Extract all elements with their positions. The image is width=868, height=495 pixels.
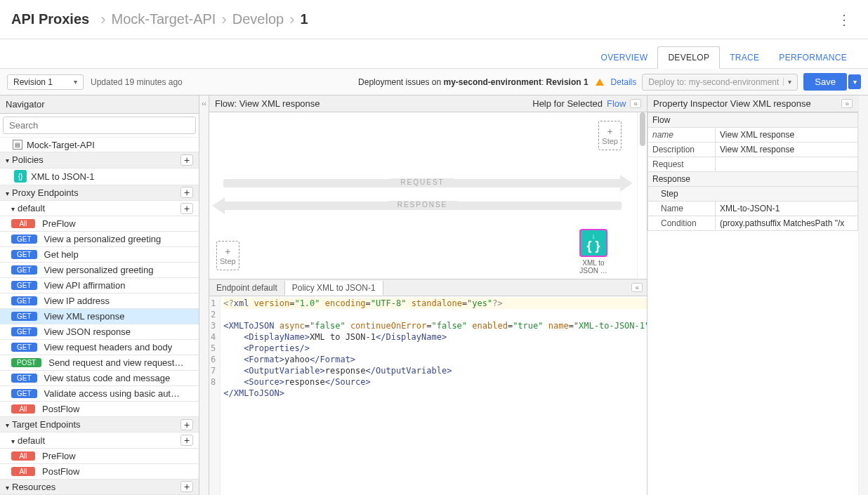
navigator-flow-item[interactable]: GETView request headers and body	[0, 340, 199, 355]
navigator-flow-item[interactable]: AllPostFlow	[0, 402, 199, 417]
save-button[interactable]: Save	[803, 73, 847, 91]
navigator-search-input[interactable]	[3, 117, 196, 134]
method-badge: GET	[11, 281, 37, 290]
flow-label: View IP address	[44, 296, 110, 306]
add-resource-button[interactable]: +	[180, 481, 193, 492]
request-lane: REQUEST	[223, 179, 622, 187]
breadcrumb: API Proxies › Mock-Target-API › Develop …	[11, 11, 308, 29]
inspector-desc-key: Description	[648, 143, 716, 157]
inspector-name-key: name	[648, 128, 716, 143]
breadcrumb-proxy[interactable]: Mock-Target-API	[112, 11, 216, 27]
code-editor[interactable]: 12345678 <?xml version="1.0" encoding="U…	[209, 296, 647, 495]
method-badge: All	[11, 219, 35, 228]
property-inspector: Property Inspector View XML response » F…	[647, 95, 858, 495]
navigator-flow-item[interactable]: AllPreFlow	[0, 449, 199, 464]
right-scrollbar[interactable]	[858, 95, 868, 495]
action-bar: Revision 1 Updated 19 minutes ago Deploy…	[0, 69, 868, 95]
navigator-section-proxy-endpoints[interactable]: ▾Proxy Endpoints +	[0, 185, 199, 201]
kebab-menu-icon[interactable]: ⋮	[831, 8, 857, 31]
braces-icon: { }	[586, 239, 600, 252]
save-dropdown[interactable]: ▾	[848, 74, 861, 89]
method-badge: GET	[11, 235, 37, 244]
add-flow-button[interactable]: +	[180, 203, 193, 214]
method-badge: POST	[11, 358, 41, 367]
inspector-condition-value[interactable]: (proxy.pathsuffix MatchesPath "/x	[716, 216, 858, 231]
tab-trace[interactable]: TRACE	[720, 47, 769, 68]
deploy-to-select[interactable]: Deploy to: my-second-environment	[642, 74, 798, 91]
method-badge: GET	[11, 296, 37, 305]
breadcrumb-section[interactable]: Develop	[232, 11, 284, 27]
navigator-flow-item[interactable]: GETGet help	[0, 247, 199, 263]
navigator-flow-item[interactable]: GETView IP address	[0, 293, 199, 309]
add-step-response[interactable]: +Step	[216, 241, 239, 270]
flow-label: View request headers and body	[44, 342, 173, 352]
code-tabs: Endpoint default Policy XML to JSON-1 «	[209, 279, 647, 296]
breadcrumb-revision: 1	[300, 11, 308, 27]
add-target-endpoint-button[interactable]: +	[180, 419, 193, 430]
tabs-bar: OVERVIEW DEVELOP TRACE PERFORMANCE	[0, 39, 868, 69]
add-target-flow-button[interactable]: +	[180, 435, 193, 446]
flow-label: View personalized greeting	[44, 265, 154, 275]
method-badge: GET	[11, 250, 37, 259]
help-label: Help for Selected	[532, 98, 603, 109]
method-badge: GET	[11, 374, 37, 383]
tab-overview[interactable]: OVERVIEW	[591, 47, 658, 68]
collapse-diagram-icon[interactable]: «	[630, 99, 641, 108]
flow-label: Get help	[44, 249, 79, 260]
inspector-name-value[interactable]: View XML response	[716, 128, 858, 143]
breadcrumb-root[interactable]: API Proxies	[11, 11, 89, 27]
flow-label: PreFlow	[42, 451, 76, 461]
method-badge: GET	[11, 265, 37, 275]
help-link[interactable]: Flow	[607, 98, 626, 109]
diagram-scrollbar[interactable]	[637, 112, 647, 279]
flow-label: View API affirmation	[44, 280, 126, 291]
code-tab-policy[interactable]: Policy XML to JSON-1	[285, 281, 383, 296]
navigator-target-default[interactable]: ▾default +	[0, 433, 199, 448]
tab-performance[interactable]: PERFORMANCE	[769, 47, 857, 68]
center-panel: Flow: View XML response Help for Selecte…	[209, 95, 647, 495]
flow-label: Send request and view request…	[48, 357, 183, 368]
method-badge: GET	[11, 327, 37, 336]
collapse-code-icon[interactable]: «	[631, 283, 643, 292]
tab-develop[interactable]: DEVELOP	[657, 46, 720, 69]
method-badge: GET	[11, 312, 37, 321]
inspector-step-name-value[interactable]: XML-to-JSON-1	[716, 202, 858, 216]
details-link[interactable]: Details	[611, 77, 637, 87]
updated-text: Updated 19 minutes ago	[91, 77, 183, 87]
deploy-issue-text: Deployment issues on my-second-environme…	[358, 77, 588, 87]
navigator-policy-item[interactable]: {} XML to JSON-1	[0, 169, 199, 185]
navigator-flow-item[interactable]: GETView personalized greeting	[0, 263, 199, 278]
collapse-inspector-icon[interactable]: »	[841, 99, 853, 108]
navigator-flow-item[interactable]: GETValidate access using basic aut…	[0, 386, 199, 402]
policy-node-xml-to-json[interactable]: ↓ { } XML toJSON …	[575, 229, 612, 275]
navigator-section-resources[interactable]: ▾Resources +	[0, 480, 199, 495]
navigator-flow-item[interactable]: GETView a personalized greeting	[0, 232, 199, 247]
top-bar: API Proxies › Mock-Target-API › Develop …	[0, 0, 868, 39]
navigator-flow-item[interactable]: GETView JSON response	[0, 324, 199, 340]
navigator-flow-item[interactable]: AllPostFlow	[0, 464, 199, 480]
navigator-section-target-endpoints[interactable]: ▾Target Endpoints +	[0, 417, 199, 433]
code-tab-endpoint[interactable]: Endpoint default	[209, 281, 285, 295]
inspector-table: Flow nameView XML response DescriptionVi…	[647, 112, 858, 231]
add-proxy-endpoint-button[interactable]: +	[180, 187, 193, 198]
warning-icon	[596, 79, 604, 86]
revision-select[interactable]: Revision 1	[7, 74, 84, 90]
navigator-flow-item[interactable]: GETView API affirmation	[0, 278, 199, 293]
collapse-navigator-handle[interactable]: ‹‹	[199, 95, 209, 495]
inspector-request-value[interactable]	[716, 157, 858, 172]
navigator-flow-item[interactable]: POSTSend request and view request…	[0, 355, 199, 371]
add-policy-button[interactable]: +	[180, 154, 193, 166]
code-content[interactable]: <?xml version="1.0" encoding="UTF-8" sta…	[221, 296, 647, 495]
response-lane: RESPONSE	[223, 202, 622, 210]
navigator-proxy-root[interactable]: ▤ Mock-Target-API	[0, 138, 199, 152]
navigator-flow-item[interactable]: AllPreFlow	[0, 216, 199, 232]
flow-label: View a personalized greeting	[44, 234, 162, 244]
navigator-section-policies[interactable]: ▾Policies +	[0, 152, 199, 168]
navigator-flow-item[interactable]: GETView status code and message	[0, 371, 199, 386]
flow-diagram: +Step REQUEST RESPONSE +Step ↓ { } XML t…	[209, 112, 647, 279]
navigator-flow-item[interactable]: GETView XML response	[0, 309, 199, 324]
add-step-request[interactable]: +Step	[598, 121, 622, 150]
inspector-desc-value[interactable]: View XML response	[716, 143, 858, 157]
navigator-proxy-default[interactable]: ▾default +	[0, 201, 199, 216]
flow-label: PostFlow	[42, 466, 79, 477]
